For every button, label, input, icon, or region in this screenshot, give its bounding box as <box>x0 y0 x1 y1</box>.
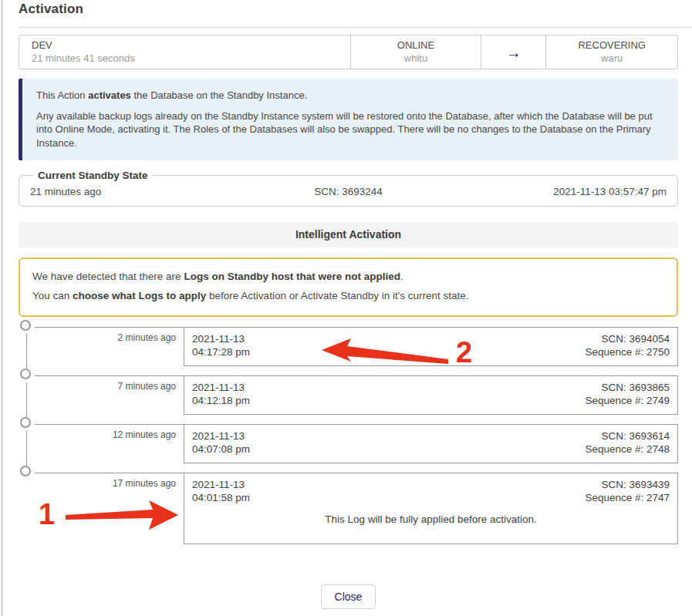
log-sequence: Sequence #: 2750 <box>585 346 670 359</box>
log-scn: SCN: 3694054 <box>585 333 670 346</box>
dialog-footer: Close <box>19 584 678 609</box>
status-cell-online: ONLINE whitu <box>350 35 481 69</box>
current-standby-row: 21 minutes ago SCN: 3693244 2021-11-13 0… <box>30 184 667 197</box>
log-row-3: 12 minutes ago 2021-11-1304:07:08 pm SCN… <box>19 424 678 463</box>
title-divider <box>19 27 692 28</box>
warning-line-1: We have detected that there are Logs on … <box>32 270 664 284</box>
close-button[interactable]: Close <box>321 584 376 609</box>
standby-age: 21 minutes ago <box>30 186 242 197</box>
log-sequence: Sequence #: 2747 <box>585 492 670 505</box>
log-time: 04:17:28 pm <box>192 346 250 359</box>
online-state: ONLINE <box>397 39 434 52</box>
log-sequence: Sequence #: 2749 <box>585 395 670 408</box>
timeline-dot[interactable] <box>20 320 31 331</box>
log-detail-box[interactable]: 2021-11-1304:07:08 pm SCN: 3693614Sequen… <box>184 424 678 463</box>
log-date: 2021-11-13 <box>192 430 250 443</box>
log-time: 04:01:58 pm <box>192 492 250 505</box>
log-scn: SCN: 3693614 <box>585 430 670 443</box>
status-cell-source: DEV 21 minutes 41 seconds <box>19 35 350 69</box>
log-note: This Log will be fully applied before ac… <box>192 513 670 537</box>
activation-panel: Activation DEV 21 minutes 41 seconds ONL… <box>0 0 692 609</box>
timeline-rail <box>19 473 35 545</box>
timeline-dot[interactable] <box>20 417 31 428</box>
activation-info-note: This Action activates the Database on th… <box>19 79 678 160</box>
log-detail-box[interactable]: 2021-11-1304:17:28 pm SCN: 3694054Sequen… <box>184 327 678 366</box>
timeline-rail <box>19 424 35 463</box>
arrow-right-icon: → <box>506 42 522 62</box>
online-host: whitu <box>404 52 427 66</box>
status-bar: DEV 21 minutes 41 seconds ONLINE whitu →… <box>19 35 678 69</box>
source-detail: 21 minutes 41 seconds <box>32 52 135 66</box>
log-time: 04:12:18 pm <box>192 395 250 408</box>
log-date: 2021-11-13 <box>192 333 250 346</box>
log-row-1: 2 minutes ago 2021-11-1304:17:28 pm SCN:… <box>19 327 678 366</box>
status-cell-recovering: RECOVERING waru <box>545 35 677 69</box>
logs-warning-box: We have detected that there are Logs on … <box>19 258 678 318</box>
log-timeline: 2 minutes ago 2021-11-1304:17:28 pm SCN:… <box>19 327 678 544</box>
current-standby-legend: Current Standby State <box>33 170 153 181</box>
current-standby-state: Current Standby State 21 minutes ago SCN… <box>19 170 678 207</box>
log-row-4: 17 minutes ago 2021-11-1304:01:58 pm SCN… <box>19 473 678 545</box>
recovering-state: RECOVERING <box>578 39 645 52</box>
log-time: 04:07:08 pm <box>192 443 250 456</box>
log-detail-box[interactable]: 2021-11-1304:12:18 pm SCN: 3693865Sequen… <box>184 375 678 415</box>
log-row-2: 7 minutes ago 2021-11-1304:12:18 pm SCN:… <box>19 375 678 415</box>
standby-timestamp: 2021-11-13 03:57:47 pm <box>454 186 667 197</box>
source-state: DEV <box>32 39 52 52</box>
info-line-2: Any available backup logs already on the… <box>36 109 664 150</box>
log-age-label: 7 minutes ago <box>35 375 184 415</box>
timeline-connector <box>26 334 27 369</box>
warning-line-2: You can choose what Logs to apply before… <box>32 289 664 304</box>
timeline-dot[interactable] <box>20 369 31 379</box>
log-scn: SCN: 3693439 <box>585 479 670 492</box>
timeline-connector <box>26 431 27 466</box>
intelligent-activation-header: Intelligent Activation <box>19 222 678 247</box>
log-sequence: Sequence #: 2748 <box>585 443 670 456</box>
timeline-dot[interactable] <box>20 466 31 476</box>
log-date: 2021-11-13 <box>192 479 250 492</box>
standby-scn: SCN: 3693244 <box>242 186 454 197</box>
timeline-rail <box>19 375 35 415</box>
recovering-host: waru <box>601 52 623 66</box>
info-line-1: This Action activates the Database on th… <box>36 89 664 103</box>
log-date: 2021-11-13 <box>192 382 250 395</box>
status-cell-arrow: → <box>481 35 545 69</box>
log-age-label: 12 minutes ago <box>35 424 184 463</box>
timeline-connector <box>26 382 27 418</box>
timeline-rail <box>19 327 35 366</box>
log-age-label: 17 minutes ago <box>35 473 184 545</box>
log-scn: SCN: 3693865 <box>585 382 670 395</box>
log-detail-box[interactable]: 2021-11-1304:01:58 pm SCN: 3693439Sequen… <box>184 473 678 545</box>
log-age-label: 2 minutes ago <box>35 327 184 366</box>
page-title: Activation <box>19 0 678 17</box>
